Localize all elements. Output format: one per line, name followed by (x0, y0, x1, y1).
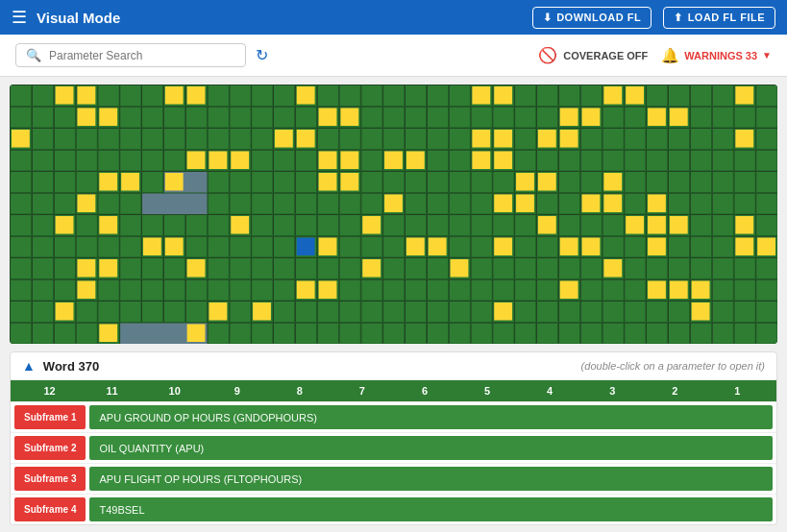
subframe-label: Subframe 4 (14, 497, 86, 521)
bit-cell: 5 (456, 382, 519, 399)
bit-cell: 11 (81, 382, 143, 399)
chevron-down-icon: ▼ (762, 50, 772, 60)
subframe-label: Subframe 3 (14, 467, 86, 491)
bit-cell: 3 (581, 382, 644, 399)
subframe-content[interactable]: T49BSEL (89, 497, 773, 521)
grid-canvas[interactable] (10, 85, 777, 344)
subframe-label: Subframe 2 (14, 436, 86, 460)
search-icon: 🔍 (26, 48, 41, 62)
bit-cell: 4 (519, 382, 581, 399)
subframe-label: Subframe 1 (14, 405, 86, 429)
toolbar: 🔍 ↻ 🚫 COVERAGE OFF 🔔 WARNINGS 33 ▼ (0, 35, 787, 77)
subframe-content[interactable]: APU GROUND OP HOURS (GNDOPHOURS) (89, 405, 773, 429)
bit-cell: 7 (331, 382, 393, 399)
app-title: Visual Mode (37, 10, 120, 26)
subframe-row: Subframe 1APU GROUND OP HOURS (GNDOPHOUR… (11, 401, 776, 432)
refresh-icon[interactable]: ↻ (256, 46, 268, 64)
word-title: Word 370 (43, 359, 99, 374)
load-fl-button[interactable]: ⬆ LOAD FL FILE (663, 7, 775, 29)
subframe-content[interactable]: OIL QUANTITY (APU) (89, 436, 773, 460)
word-panel: ▲ Word 370 (double-click on a parameter … (10, 351, 777, 525)
word-hint: (double-click on a parameter to open it) (581, 360, 765, 372)
bit-cell: 2 (644, 382, 706, 399)
search-input[interactable] (49, 49, 235, 62)
subframe-row: Subframe 3APU FLIGHT OP HOURS (FLTOPHOUR… (11, 463, 776, 494)
bit-row: 121110987654321 (11, 380, 776, 401)
toolbar-right: 🚫 COVERAGE OFF 🔔 WARNINGS 33 ▼ (538, 46, 772, 64)
warnings-button[interactable]: 🔔 WARNINGS 33 ▼ (661, 47, 772, 64)
word-header: ▲ Word 370 (double-click on a parameter … (11, 352, 776, 380)
bit-cell: 10 (143, 382, 206, 399)
bit-cell: 1 (706, 382, 769, 399)
subframe-list: Subframe 1APU GROUND OP HOURS (GNDOPHOUR… (11, 401, 776, 524)
visual-grid[interactable] (10, 85, 777, 344)
menu-icon[interactable]: ☰ (12, 7, 27, 28)
bit-cell: 8 (268, 382, 331, 399)
header-actions: ⬇ DOWNLOAD FL ⬆ LOAD FL FILE (532, 7, 775, 29)
bit-cell: 6 (393, 382, 455, 399)
upload-icon: ⬆ (674, 12, 683, 24)
download-icon: ⬇ (543, 12, 553, 24)
subframe-row: Subframe 4T49BSEL (11, 494, 776, 524)
bell-icon: 🔔 (661, 47, 679, 64)
subframe-row: Subframe 2OIL QUANTITY (APU) (11, 432, 776, 463)
bit-cell: 9 (206, 382, 268, 399)
bit-cell: 12 (18, 382, 81, 399)
collapse-icon[interactable]: ▲ (22, 358, 36, 374)
download-fl-button[interactable]: ⬇ DOWNLOAD FL (532, 7, 652, 29)
subframe-content[interactable]: APU FLIGHT OP HOURS (FLTOPHOURS) (89, 467, 773, 491)
search-box[interactable]: 🔍 (15, 43, 246, 67)
coverage-icon: 🚫 (538, 46, 557, 64)
coverage-toggle[interactable]: 🚫 COVERAGE OFF (538, 46, 648, 64)
app-header: ☰ Visual Mode ⬇ DOWNLOAD FL ⬆ LOAD FL FI… (0, 0, 787, 35)
